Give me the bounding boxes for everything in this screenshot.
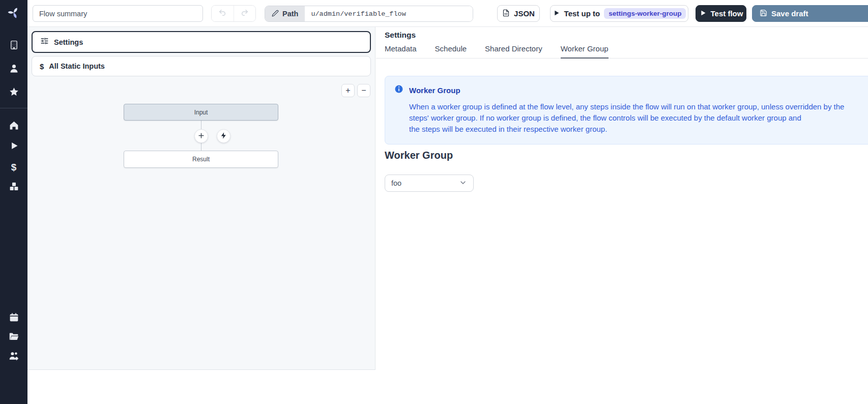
play-icon [699, 9, 707, 18]
flow-graph-panel: Settings $ All Static Inputs + − Input R… [27, 27, 375, 370]
play-icon [553, 9, 560, 18]
sidebar-divider [0, 108, 27, 108]
lightning-bolt-icon [220, 132, 227, 141]
worker-group-info-box: Worker Group When a worker group is defi… [385, 76, 868, 145]
info-text-line: steps' worker group. If no worker group … [409, 112, 868, 124]
add-step-button[interactable] [194, 129, 208, 143]
flow-settings-item[interactable]: Settings [32, 31, 371, 53]
save-icon [760, 9, 767, 18]
redo-icon [241, 9, 249, 18]
chevron-down-icon [459, 179, 467, 188]
windmill-flow-editor: $ [0, 0, 868, 404]
settings-tabs: Metadata Schedule Shared Directory Worke… [385, 44, 868, 59]
result-node[interactable]: Result [124, 151, 278, 168]
worker-group-heading: Worker Group [385, 150, 453, 161]
sidebar-item-user[interactable] [0, 60, 27, 78]
users-cog-icon [9, 351, 19, 363]
dollar-sign-icon: $ [11, 162, 17, 172]
sidebar-item-resources[interactable] [0, 178, 27, 196]
settings-panel-title: Settings [385, 31, 416, 40]
topbar: Path JSON Test up to settings-worker-gro… [27, 0, 868, 27]
settings-panel: Settings Metadata Schedule Shared Direct… [376, 27, 868, 404]
undo-icon [218, 9, 226, 18]
path-label: Path [282, 10, 298, 18]
sidebar-item-home[interactable] [0, 117, 27, 135]
json-button-label: JSON [514, 9, 535, 18]
user-icon [9, 63, 19, 76]
sidebar-item-variables[interactable]: $ [0, 158, 27, 176]
test-up-to-step-badge: settings-worker-group [604, 8, 686, 19]
sidebar-item-schedules[interactable] [0, 309, 27, 327]
star-icon [9, 86, 19, 99]
zoom-out-button[interactable]: − [357, 84, 370, 97]
redo-button[interactable] [234, 6, 256, 21]
save-draft-button[interactable]: Save draft [752, 5, 868, 22]
zoom-in-button[interactable]: + [341, 84, 355, 97]
windmill-pinwheel-icon [8, 7, 20, 21]
tab-worker-group[interactable]: Worker Group [561, 44, 609, 59]
all-static-inputs-label: All Static Inputs [49, 62, 105, 70]
play-icon [9, 140, 19, 153]
test-up-to-button[interactable]: Test up to settings-worker-group [550, 5, 688, 22]
test-flow-button[interactable]: Test flow [696, 5, 746, 22]
sidebar-item-folders[interactable] [0, 328, 27, 347]
info-text-line: When a worker group is defined at the fl… [409, 101, 868, 112]
tab-shared-directory[interactable]: Shared Directory [485, 44, 542, 59]
sidebar-item-runs[interactable] [0, 137, 27, 156]
pencil-icon [272, 10, 279, 18]
worker-group-selected-value: foo [391, 179, 401, 187]
info-icon [394, 84, 403, 96]
info-text-line: the steps will be executed in their resp… [409, 124, 868, 135]
building-icon [9, 40, 19, 52]
undo-button[interactable] [212, 6, 234, 21]
plus-circle-icon [197, 132, 205, 141]
input-node[interactable]: Input [124, 104, 278, 121]
tab-schedule[interactable]: Schedule [435, 44, 467, 59]
info-box-title: Worker Group [409, 86, 460, 95]
home-icon [9, 120, 19, 133]
sidebar: $ [0, 0, 27, 404]
flow-settings-label: Settings [54, 38, 83, 46]
json-button[interactable]: JSON [497, 5, 540, 22]
flow-path-input[interactable] [305, 6, 473, 21]
sliders-icon [40, 37, 49, 47]
path-group: Path [265, 6, 473, 22]
undo-redo-group [211, 5, 256, 22]
sidebar-item-favorites[interactable] [0, 83, 27, 102]
calendar-icon [9, 312, 19, 325]
worker-group-select[interactable]: foo [385, 175, 474, 192]
sidebar-item-workers[interactable] [0, 348, 27, 366]
sidebar-item-workspace[interactable] [0, 37, 27, 55]
test-up-to-label: Test up to [564, 9, 600, 18]
test-flow-label: Test flow [711, 9, 743, 18]
folder-open-icon [9, 331, 19, 344]
dollar-sign-icon: $ [40, 62, 44, 71]
flow-summary-input[interactable] [33, 5, 203, 22]
trigger-button[interactable] [217, 129, 230, 143]
tab-metadata[interactable]: Metadata [385, 44, 417, 59]
windmill-logo[interactable] [0, 0, 27, 27]
file-json-icon [502, 9, 510, 18]
save-draft-label: Save draft [771, 9, 808, 18]
boxes-icon [9, 181, 19, 194]
edit-path-button[interactable]: Path [265, 6, 305, 21]
all-static-inputs-item[interactable]: $ All Static Inputs [32, 56, 371, 76]
